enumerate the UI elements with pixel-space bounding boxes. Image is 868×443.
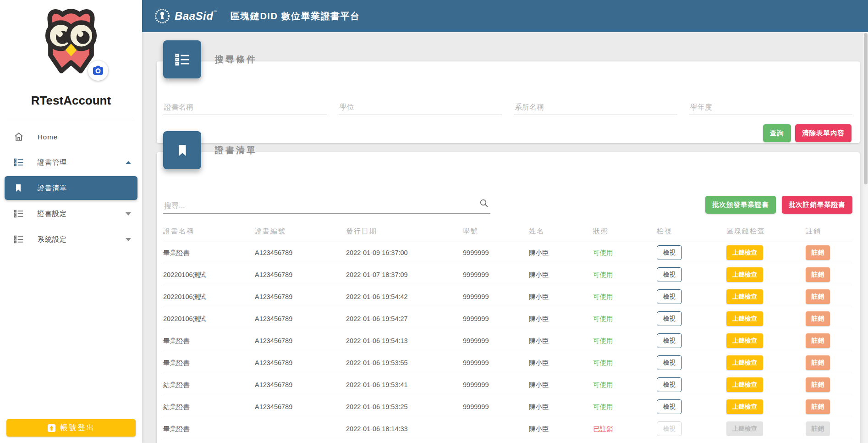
cert-number-cell: A123456789	[255, 352, 346, 374]
table-header-row: 證書名稱 證書編號 發行日期 學號 姓名 狀態 檢視 區塊鏈檢查 註銷	[163, 222, 852, 242]
revoke-button[interactable]: 註銷	[806, 377, 830, 392]
view-cell: 檢視	[657, 286, 726, 308]
sidebar-item-label: 證書設定	[38, 210, 67, 218]
view-cell: 檢視	[657, 308, 726, 330]
cert-number-cell	[255, 418, 346, 440]
degree-field[interactable]	[339, 100, 502, 115]
chain-check-button[interactable]: 上鏈檢查	[726, 377, 763, 392]
list-icon	[163, 40, 201, 78]
view-button[interactable]: 檢視	[657, 289, 682, 304]
sidebar-item-cert-settings[interactable]: 證書設定	[0, 201, 142, 227]
status-badge: 可使用	[593, 264, 657, 286]
col-revoke: 註銷	[806, 222, 852, 242]
sidebar-item-cert-management[interactable]: 證書管理	[0, 150, 142, 175]
sidebar-item-system-settings[interactable]: 系統設定	[0, 227, 142, 252]
cert-name-field[interactable]	[163, 100, 327, 115]
camera-icon[interactable]	[88, 61, 108, 81]
cert-number-cell: A123456789	[255, 242, 346, 264]
search-actions: 查詢 清除表單內容	[157, 115, 860, 142]
table-row: 20220106測試 A123456789 2022-01-06 19:54:4…	[163, 286, 852, 308]
batch-revoke-button[interactable]: 批次註銷畢業證書	[782, 196, 852, 214]
chain-check-cell: 上鏈檢查	[726, 352, 806, 374]
sidebar-item-home[interactable]: Home	[0, 124, 142, 150]
col-issue-date: 發行日期	[346, 222, 463, 242]
view-cell: 檢視	[657, 352, 726, 374]
revoke-button[interactable]: 註銷	[806, 267, 830, 282]
cert-number-cell: A123456789	[255, 286, 346, 308]
batch-buttons: 批次頒發畢業證書 批次註銷畢業證書	[705, 196, 852, 214]
chain-check-button[interactable]: 上鏈檢查	[726, 399, 763, 414]
cert-name-cell: 20220106測試	[163, 264, 255, 286]
bookmark-icon	[163, 131, 201, 169]
revoke-button[interactable]: 註銷	[806, 289, 830, 304]
view-button[interactable]: 檢視	[657, 399, 682, 414]
table-row: 20220106測試 A123456789 2022-01-07 18:37:0…	[163, 264, 852, 286]
issue-date-cell: 2022-01-06 19:54:42	[346, 286, 463, 308]
cert-name-cell: 畢業證書	[163, 330, 255, 352]
batch-issue-button[interactable]: 批次頒發畢業證書	[705, 196, 776, 214]
view-button[interactable]: 檢視	[657, 355, 682, 370]
academic-year-field[interactable]	[689, 100, 853, 115]
sidebar: RTestAccount Home 證	[0, 0, 142, 443]
revoke-button[interactable]: 註銷	[806, 399, 830, 414]
issue-date-cell: 2022-01-09 16:37:00	[346, 242, 463, 264]
certificate-table-body: 畢業證書 A123456789 2022-01-09 16:37:00 9999…	[163, 242, 852, 440]
issue-date-cell: 2022-01-06 19:54:27	[346, 308, 463, 330]
revoke-button[interactable]: 註銷	[806, 355, 830, 370]
revoke-button: 註銷	[806, 421, 830, 436]
view-button[interactable]: 檢視	[657, 311, 682, 326]
revoke-cell: 註銷	[806, 374, 852, 396]
view-button[interactable]: 檢視	[657, 267, 682, 282]
student-name-cell: 陳小臣	[529, 242, 593, 264]
chain-check-cell: 上鏈檢查	[726, 264, 806, 286]
chain-check-button[interactable]: 上鏈檢查	[726, 355, 763, 370]
revoke-button[interactable]: 註銷	[806, 311, 830, 326]
student-id-cell: 9999999	[463, 352, 529, 374]
chain-check-button: 上鏈檢查	[726, 421, 763, 436]
student-id-cell: 9999999	[463, 242, 529, 264]
sidebar-menu: Home 證書管理 證書清單	[0, 124, 142, 252]
chain-check-cell: 上鏈檢查	[726, 330, 806, 352]
student-name-cell: 陳小臣	[529, 286, 593, 308]
chain-check-cell: 上鏈檢查	[726, 308, 806, 330]
student-id-cell: 9999999	[463, 330, 529, 352]
student-name-cell: 陳小臣	[529, 308, 593, 330]
cert-name-cell: 結業證書	[163, 396, 255, 418]
revoke-cell: 註銷	[806, 330, 852, 352]
chain-check-button[interactable]: 上鏈檢查	[726, 245, 763, 260]
department-field[interactable]	[514, 100, 677, 115]
table-search	[163, 199, 490, 214]
table-search-input[interactable]	[163, 199, 490, 214]
chain-check-button[interactable]: 上鏈檢查	[726, 267, 763, 282]
revoke-button[interactable]: 註銷	[806, 245, 830, 260]
query-button[interactable]: 查詢	[763, 124, 791, 142]
view-button[interactable]: 檢視	[657, 245, 682, 260]
chain-check-cell: 上鏈檢查	[726, 242, 806, 264]
brand-name: BaaSid™	[175, 10, 218, 22]
view-button[interactable]: 檢視	[657, 377, 682, 392]
search-panel-title: 搜尋條件	[215, 54, 257, 66]
col-name: 姓名	[529, 222, 593, 242]
main-area: BaaSid™ 區塊鏈DID 數位畢業證書平台 搜尋條件	[142, 0, 868, 443]
clear-form-button[interactable]: 清除表單內容	[795, 124, 852, 142]
chain-check-button[interactable]: 上鏈檢查	[726, 289, 763, 304]
issue-date-cell: 2022-01-06 19:53:41	[346, 374, 463, 396]
chain-check-cell: 上鏈檢查	[726, 374, 806, 396]
view-button: 檢視	[657, 421, 682, 436]
revoke-button[interactable]: 註銷	[806, 333, 830, 348]
cert-name-cell: 畢業證書	[163, 242, 255, 264]
logout-button[interactable]: 帳號登出	[6, 419, 136, 437]
view-cell: 檢視	[657, 374, 726, 396]
chain-check-button[interactable]: 上鏈檢查	[726, 311, 763, 326]
view-button[interactable]: 檢視	[657, 333, 682, 348]
account-avatar	[0, 0, 142, 87]
student-name-cell: 陳小臣	[529, 396, 593, 418]
scrollbar-track[interactable]	[863, 32, 868, 443]
chain-check-button[interactable]: 上鏈檢查	[726, 333, 763, 348]
scrollbar-thumb[interactable]	[864, 33, 868, 184]
student-id-cell: 9999999	[463, 308, 529, 330]
revoke-cell: 註銷	[806, 352, 852, 374]
list-panel-title: 證書清單	[215, 144, 257, 156]
sidebar-item-cert-list[interactable]: 證書清單	[5, 176, 137, 200]
issue-date-cell: 2022-01-06 19:54:13	[346, 330, 463, 352]
